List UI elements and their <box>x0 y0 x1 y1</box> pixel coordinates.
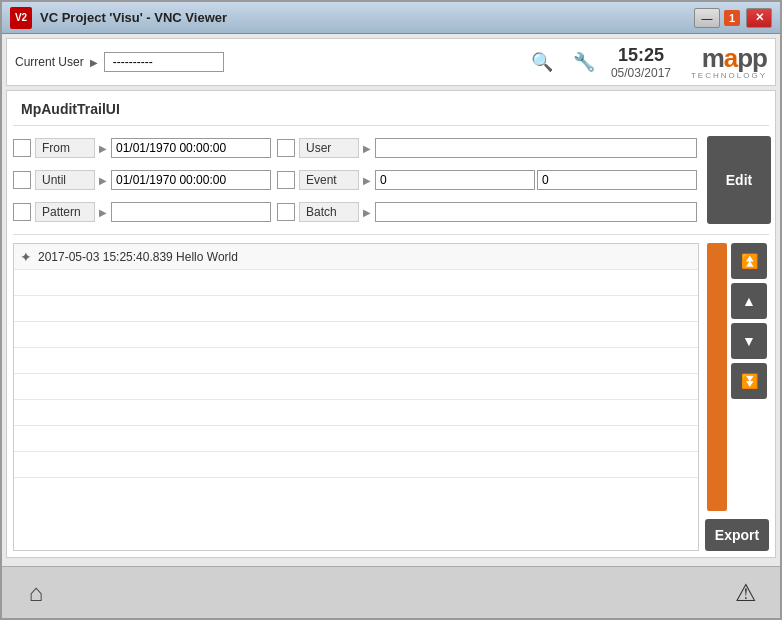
scroll-top-button[interactable]: ⏫ <box>731 243 767 279</box>
scroll-up-button[interactable]: ▲ <box>731 283 767 319</box>
audit-trail-panel: MpAuditTrailUI From ▶ Until ▶ <box>6 90 776 558</box>
warning-button[interactable]: ⚠ <box>728 575 764 611</box>
scroll-buttons: ⏫ ▲ ▼ ⏬ <box>731 243 767 511</box>
log-row-3 <box>14 296 698 322</box>
user-input[interactable] <box>375 138 697 158</box>
from-checkbox[interactable] <box>13 139 31 157</box>
search-icon[interactable]: 🔍 <box>527 47 557 77</box>
top-bar: Current User ▶ ---------- 🔍 🔧 15:25 05/0… <box>6 38 776 86</box>
event-input-2[interactable] <box>537 170 697 190</box>
mapp-pp: pp <box>737 43 767 73</box>
log-section: ✦ 2017-05-03 15:25:40.839 Hello World <box>13 243 769 551</box>
until-arrow-icon: ▶ <box>99 175 107 186</box>
close-button[interactable]: ✕ <box>746 8 772 28</box>
log-row-4 <box>14 322 698 348</box>
log-row-7 <box>14 400 698 426</box>
pattern-arrow-icon: ▶ <box>99 207 107 218</box>
mapp-subtitle: TECHNOLOGY <box>691 71 767 80</box>
filter-right: User ▶ Event ▶ <box>277 134 697 226</box>
app-logo: V2 <box>10 7 32 29</box>
user-label: User <box>299 138 359 158</box>
event-values <box>375 170 697 190</box>
log-row-6 <box>14 374 698 400</box>
scroll-down-button[interactable]: ▼ <box>731 323 767 359</box>
batch-input[interactable] <box>375 202 697 222</box>
user-filter-row: User ▶ <box>277 134 697 162</box>
edit-button[interactable]: Edit <box>707 136 771 224</box>
settings-icon[interactable]: 🔧 <box>569 47 599 77</box>
log-container: ✦ 2017-05-03 15:25:40.839 Hello World <box>13 243 699 551</box>
event-label: Event <box>299 170 359 190</box>
bottom-bar: ⌂ ⚠ <box>2 566 780 618</box>
mapp-logo: mapp TECHNOLOGY <box>691 45 767 80</box>
datetime-section: 15:25 05/03/2017 <box>611 45 671 80</box>
until-filter-row: Until ▶ <box>13 166 271 194</box>
from-label: From <box>35 138 95 158</box>
scroll-bottom-button[interactable]: ⏬ <box>731 363 767 399</box>
event-input-1[interactable] <box>375 170 535 190</box>
window-controls: — 1 ✕ <box>694 8 772 28</box>
right-controls: ⏫ ▲ ▼ ⏬ Export <box>705 243 769 551</box>
log-entry-text: 2017-05-03 15:25:40.839 Hello World <box>38 250 238 264</box>
user-label: Current User <box>15 55 84 69</box>
panel-title: MpAuditTrailUI <box>13 97 769 126</box>
user-value: ---------- <box>104 52 224 72</box>
pattern-input[interactable] <box>111 202 271 222</box>
from-filter-row: From ▶ <box>13 134 271 162</box>
edit-section: Edit <box>703 134 771 226</box>
log-item-1: ✦ 2017-05-03 15:25:40.839 Hello World <box>14 244 698 270</box>
user-arrow-icon: ▶ <box>363 143 371 154</box>
batch-checkbox[interactable] <box>277 203 295 221</box>
from-input[interactable] <box>111 138 271 158</box>
vnc-window: V2 VC Project 'Visu' - VNC Viewer — 1 ✕ … <box>0 0 782 620</box>
mapp-a: a <box>724 43 737 73</box>
badge: 1 <box>724 10 740 26</box>
minimize-button[interactable]: — <box>694 8 720 28</box>
pattern-checkbox[interactable] <box>13 203 31 221</box>
log-entry-icon: ✦ <box>20 249 32 265</box>
log-row-8 <box>14 426 698 452</box>
batch-filter-row: Batch ▶ <box>277 198 697 226</box>
event-arrow-icon: ▶ <box>363 175 371 186</box>
mapp-brand-text: mapp <box>702 45 767 71</box>
log-row-9 <box>14 452 698 478</box>
window-title: VC Project 'Visu' - VNC Viewer <box>40 10 694 25</box>
user-section: Current User ▶ ---------- <box>15 52 527 72</box>
pattern-filter-row: Pattern ▶ <box>13 198 271 226</box>
current-date: 05/03/2017 <box>611 66 671 80</box>
scroll-track[interactable] <box>707 243 727 511</box>
home-button[interactable]: ⌂ <box>18 575 54 611</box>
user-checkbox[interactable] <box>277 139 295 157</box>
user-arrow-icon: ▶ <box>90 57 98 68</box>
until-label: Until <box>35 170 95 190</box>
mapp-m: m <box>702 43 724 73</box>
batch-arrow-icon: ▶ <box>363 207 371 218</box>
event-checkbox[interactable] <box>277 171 295 189</box>
batch-label: Batch <box>299 202 359 222</box>
pattern-label: Pattern <box>35 202 95 222</box>
until-input[interactable] <box>111 170 271 190</box>
log-row-2 <box>14 270 698 296</box>
toolbar-icons: 🔍 🔧 <box>527 47 599 77</box>
title-bar: V2 VC Project 'Visu' - VNC Viewer — 1 ✕ <box>2 2 780 34</box>
log-row-5 <box>14 348 698 374</box>
from-arrow-icon: ▶ <box>99 143 107 154</box>
filter-left: From ▶ Until ▶ Pattern ▶ <box>13 134 271 226</box>
main-content: Current User ▶ ---------- 🔍 🔧 15:25 05/0… <box>2 34 780 562</box>
export-button[interactable]: Export <box>705 519 769 551</box>
current-time: 15:25 <box>611 45 671 66</box>
until-checkbox[interactable] <box>13 171 31 189</box>
event-filter-row: Event ▶ <box>277 166 697 194</box>
